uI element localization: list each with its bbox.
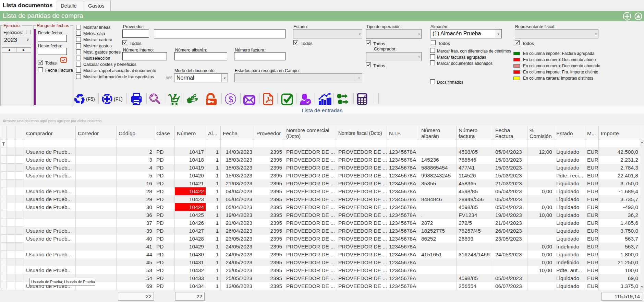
svg-text:$: $ xyxy=(229,95,233,104)
svg-text:1: 1 xyxy=(192,96,194,100)
